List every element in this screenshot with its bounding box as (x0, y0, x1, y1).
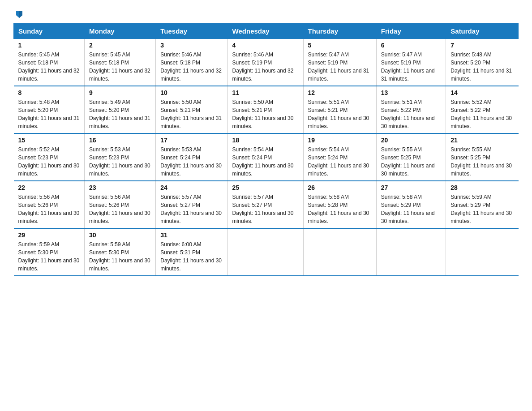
calendar-day-cell: 9 Sunrise: 5:49 AM Sunset: 5:20 PM Dayli… (85, 86, 156, 133)
day-info: Sunrise: 5:59 AM Sunset: 5:30 PM Dayligh… (89, 240, 151, 273)
header-friday: Friday (376, 24, 446, 39)
day-number: 19 (308, 137, 372, 144)
header-wednesday: Wednesday (227, 24, 303, 39)
calendar-day-cell: 20 Sunrise: 5:55 AM Sunset: 5:25 PM Dayl… (376, 133, 446, 181)
calendar-week-row: 8 Sunrise: 5:48 AM Sunset: 5:20 PM Dayli… (14, 86, 519, 133)
header-monday: Monday (85, 24, 156, 39)
day-info: Sunrise: 5:55 AM Sunset: 5:25 PM Dayligh… (450, 146, 514, 178)
day-number: 20 (381, 137, 442, 144)
header-tuesday: Tuesday (156, 24, 227, 39)
calendar-day-cell (227, 228, 303, 276)
day-info: Sunrise: 5:50 AM Sunset: 5:21 PM Dayligh… (160, 98, 223, 130)
day-info: Sunrise: 5:52 AM Sunset: 5:22 PM Dayligh… (450, 98, 514, 130)
page-header (13, 9, 519, 19)
calendar-day-cell: 25 Sunrise: 5:57 AM Sunset: 5:27 PM Dayl… (227, 181, 303, 228)
calendar-day-cell: 12 Sunrise: 5:51 AM Sunset: 5:21 PM Dayl… (303, 86, 376, 133)
header-thursday: Thursday (303, 24, 376, 39)
logo-arrow-icon (14, 9, 24, 19)
day-info: Sunrise: 5:47 AM Sunset: 5:19 PM Dayligh… (308, 51, 372, 83)
day-info: Sunrise: 5:45 AM Sunset: 5:18 PM Dayligh… (89, 51, 151, 83)
calendar-table: Sunday Monday Tuesday Wednesday Thursday… (13, 23, 519, 276)
day-info: Sunrise: 5:48 AM Sunset: 5:20 PM Dayligh… (450, 51, 514, 83)
calendar-day-cell: 21 Sunrise: 5:55 AM Sunset: 5:25 PM Dayl… (446, 133, 519, 181)
calendar-day-cell: 17 Sunrise: 5:53 AM Sunset: 5:24 PM Dayl… (156, 133, 227, 181)
calendar-day-cell: 1 Sunrise: 5:45 AM Sunset: 5:18 PM Dayli… (14, 39, 85, 86)
calendar-day-cell: 13 Sunrise: 5:51 AM Sunset: 5:22 PM Dayl… (376, 86, 446, 133)
calendar-day-cell: 31 Sunrise: 6:00 AM Sunset: 5:31 PM Dayl… (156, 228, 227, 276)
calendar-day-cell: 28 Sunrise: 5:59 AM Sunset: 5:29 PM Dayl… (446, 181, 519, 228)
calendar-week-row: 1 Sunrise: 5:45 AM Sunset: 5:18 PM Dayli… (14, 39, 519, 86)
day-number: 8 (18, 89, 80, 96)
day-number: 4 (232, 42, 299, 49)
day-info: Sunrise: 5:46 AM Sunset: 5:19 PM Dayligh… (232, 51, 299, 83)
calendar-day-cell: 6 Sunrise: 5:47 AM Sunset: 5:19 PM Dayli… (376, 39, 446, 86)
day-number: 12 (308, 89, 372, 96)
calendar-day-cell: 11 Sunrise: 5:50 AM Sunset: 5:21 PM Dayl… (227, 86, 303, 133)
calendar-day-cell: 16 Sunrise: 5:53 AM Sunset: 5:23 PM Dayl… (85, 133, 156, 181)
day-info: Sunrise: 5:58 AM Sunset: 5:29 PM Dayligh… (381, 193, 442, 225)
day-number: 6 (381, 42, 442, 49)
calendar-day-cell: 14 Sunrise: 5:52 AM Sunset: 5:22 PM Dayl… (446, 86, 519, 133)
day-info: Sunrise: 5:48 AM Sunset: 5:20 PM Dayligh… (18, 98, 80, 130)
calendar-day-cell: 22 Sunrise: 5:56 AM Sunset: 5:26 PM Dayl… (14, 181, 85, 228)
day-info: Sunrise: 5:53 AM Sunset: 5:23 PM Dayligh… (89, 146, 151, 178)
calendar-day-cell: 2 Sunrise: 5:45 AM Sunset: 5:18 PM Dayli… (85, 39, 156, 86)
day-number: 29 (18, 231, 80, 239)
day-number: 7 (450, 42, 514, 49)
day-number: 16 (89, 137, 151, 144)
day-info: Sunrise: 5:51 AM Sunset: 5:22 PM Dayligh… (381, 98, 442, 130)
day-number: 31 (160, 231, 223, 239)
day-number: 30 (89, 231, 151, 239)
header-saturday: Saturday (446, 24, 519, 39)
day-info: Sunrise: 5:47 AM Sunset: 5:19 PM Dayligh… (381, 51, 442, 83)
calendar-day-cell: 24 Sunrise: 5:57 AM Sunset: 5:27 PM Dayl… (156, 181, 227, 228)
day-number: 14 (450, 89, 514, 96)
day-info: Sunrise: 5:58 AM Sunset: 5:28 PM Dayligh… (308, 193, 372, 225)
day-number: 15 (18, 137, 80, 144)
calendar-day-cell (303, 228, 376, 276)
day-info: Sunrise: 5:49 AM Sunset: 5:20 PM Dayligh… (89, 98, 151, 130)
day-info: Sunrise: 5:46 AM Sunset: 5:18 PM Dayligh… (160, 51, 223, 83)
day-info: Sunrise: 5:50 AM Sunset: 5:21 PM Dayligh… (232, 98, 299, 130)
day-number: 26 (308, 184, 372, 191)
day-number: 3 (160, 42, 223, 49)
calendar-header-row: Sunday Monday Tuesday Wednesday Thursday… (14, 24, 519, 39)
day-number: 28 (450, 184, 514, 191)
day-info: Sunrise: 5:51 AM Sunset: 5:21 PM Dayligh… (308, 98, 372, 130)
day-info: Sunrise: 5:57 AM Sunset: 5:27 PM Dayligh… (160, 193, 223, 225)
header-sunday: Sunday (14, 24, 85, 39)
calendar-day-cell: 27 Sunrise: 5:58 AM Sunset: 5:29 PM Dayl… (376, 181, 446, 228)
calendar-week-row: 29 Sunrise: 5:59 AM Sunset: 5:30 PM Dayl… (14, 228, 519, 276)
day-number: 24 (160, 184, 223, 191)
calendar-day-cell: 26 Sunrise: 5:58 AM Sunset: 5:28 PM Dayl… (303, 181, 376, 228)
day-info: Sunrise: 5:59 AM Sunset: 5:30 PM Dayligh… (18, 240, 80, 273)
calendar-day-cell: 19 Sunrise: 5:54 AM Sunset: 5:24 PM Dayl… (303, 133, 376, 181)
day-info: Sunrise: 5:54 AM Sunset: 5:24 PM Dayligh… (308, 146, 372, 178)
calendar-day-cell: 3 Sunrise: 5:46 AM Sunset: 5:18 PM Dayli… (156, 39, 227, 86)
day-number: 17 (160, 137, 223, 144)
calendar-day-cell: 4 Sunrise: 5:46 AM Sunset: 5:19 PM Dayli… (227, 39, 303, 86)
day-info: Sunrise: 5:45 AM Sunset: 5:18 PM Dayligh… (18, 51, 80, 83)
calendar-day-cell: 5 Sunrise: 5:47 AM Sunset: 5:19 PM Dayli… (303, 39, 376, 86)
day-number: 27 (381, 184, 442, 191)
day-number: 18 (232, 137, 299, 144)
day-info: Sunrise: 6:00 AM Sunset: 5:31 PM Dayligh… (160, 240, 223, 273)
calendar-day-cell: 10 Sunrise: 5:50 AM Sunset: 5:21 PM Dayl… (156, 86, 227, 133)
calendar-week-row: 15 Sunrise: 5:52 AM Sunset: 5:23 PM Dayl… (14, 133, 519, 181)
day-info: Sunrise: 5:55 AM Sunset: 5:25 PM Dayligh… (381, 146, 442, 178)
calendar-day-cell: 15 Sunrise: 5:52 AM Sunset: 5:23 PM Dayl… (14, 133, 85, 181)
day-number: 10 (160, 89, 223, 96)
calendar-day-cell: 8 Sunrise: 5:48 AM Sunset: 5:20 PM Dayli… (14, 86, 85, 133)
day-number: 1 (18, 42, 80, 49)
day-number: 5 (308, 42, 372, 49)
logo (13, 9, 30, 19)
svg-marker-1 (19, 11, 22, 18)
day-info: Sunrise: 5:53 AM Sunset: 5:24 PM Dayligh… (160, 146, 223, 178)
calendar-week-row: 22 Sunrise: 5:56 AM Sunset: 5:26 PM Dayl… (14, 181, 519, 228)
day-number: 9 (89, 89, 151, 96)
day-number: 13 (381, 89, 442, 96)
calendar-day-cell: 23 Sunrise: 5:56 AM Sunset: 5:26 PM Dayl… (85, 181, 156, 228)
day-info: Sunrise: 5:57 AM Sunset: 5:27 PM Dayligh… (232, 193, 299, 225)
day-info: Sunrise: 5:59 AM Sunset: 5:29 PM Dayligh… (450, 193, 514, 225)
day-number: 23 (89, 184, 151, 191)
